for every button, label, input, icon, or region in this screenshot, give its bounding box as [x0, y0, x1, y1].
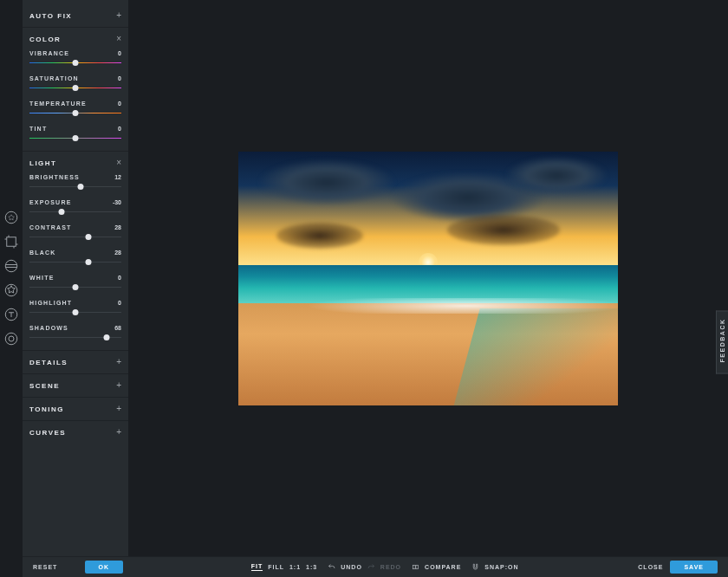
crop-icon[interactable] [3, 234, 19, 250]
param-shadows: SHADOWS68 [23, 322, 128, 347]
param-brightness: BRIGHTNESS12 [23, 172, 128, 197]
param-value: 28 [114, 250, 121, 256]
param-value: -30 [113, 199, 121, 205]
slider-handle[interactable] [73, 135, 79, 141]
param-label: CONTRAST [29, 224, 72, 230]
ratio-1-3-button[interactable]: 1:3 [306, 564, 317, 570]
slider-exposure[interactable] [29, 210, 121, 215]
slider-temperature[interactable] [29, 111, 121, 116]
divider [23, 420, 128, 421]
divider [23, 373, 128, 374]
collapse-icon: × [116, 35, 121, 43]
param-temperature: TEMPERATURE0 [23, 98, 128, 123]
slider-handle[interactable] [73, 60, 79, 66]
close-button[interactable]: CLOSE [638, 564, 663, 570]
svg-rect-7 [413, 565, 416, 569]
section-details[interactable]: DETAILS + [23, 353, 128, 371]
draw-icon[interactable] [3, 331, 19, 347]
slider-track [29, 211, 121, 212]
param-value: 0 [118, 300, 121, 306]
param-tint: TINT0 [23, 123, 128, 148]
section-title: AUTO FIX [29, 12, 72, 20]
adjust-icon[interactable] [3, 258, 19, 274]
expand-icon: + [116, 381, 121, 390]
slider-tint[interactable] [29, 136, 121, 141]
param-value: 0 [118, 275, 121, 281]
section-title: LIGHT [29, 159, 57, 167]
canvas-area[interactable] [128, 0, 728, 556]
slider-handle[interactable] [73, 284, 79, 290]
slider-white[interactable] [29, 285, 121, 290]
svg-point-2 [5, 260, 17, 272]
slider-brightness[interactable] [29, 185, 121, 190]
redo-icon [367, 563, 375, 571]
param-value: 0 [118, 50, 121, 56]
section-scene[interactable]: SCENE + [23, 377, 128, 394]
feedback-label: FEEDBACK [719, 319, 725, 363]
slider-handle[interactable] [85, 234, 91, 240]
param-label: WHITE [29, 275, 55, 281]
redo-button[interactable]: REDO [380, 564, 401, 570]
undo-button[interactable]: UNDO [341, 564, 362, 570]
slider-handle[interactable] [85, 259, 91, 265]
param-label: EXPOSURE [29, 199, 72, 205]
svg-rect-1 [7, 237, 16, 247]
section-title: CURVES [29, 429, 66, 437]
snap-button[interactable]: SNAP:ON [484, 564, 518, 570]
section-toning[interactable]: TONING + [23, 400, 128, 418]
divider [23, 397, 128, 398]
reset-button[interactable]: RESET [28, 561, 62, 573]
section-title: TONING [29, 405, 64, 413]
compare-button[interactable]: COMPARE [425, 564, 461, 570]
save-button[interactable]: SAVE [670, 561, 718, 574]
slider-black[interactable] [29, 260, 121, 265]
param-label: SATURATION [29, 75, 79, 81]
param-highlight: HIGHLIGHT0 [23, 297, 128, 322]
ok-button[interactable]: OK [85, 561, 124, 574]
param-label: HIGHLIGHT [29, 300, 72, 306]
slider-handle[interactable] [73, 110, 79, 116]
slider-handle[interactable] [59, 209, 65, 215]
vertical-toolbar [0, 0, 23, 556]
ratio-1-1-button[interactable]: 1:1 [289, 564, 301, 570]
slider-saturation[interactable] [29, 86, 121, 91]
section-title: DETAILS [29, 359, 68, 366]
svg-point-0 [5, 211, 17, 224]
param-contrast: CONTRAST28 [23, 222, 128, 247]
fit-button[interactable]: FIT [251, 563, 263, 571]
param-label: BRIGHTNESS [29, 174, 80, 180]
bottom-right: CLOSE SAVE [638, 561, 718, 574]
slider-contrast[interactable] [29, 235, 121, 240]
param-label: TINT [29, 126, 47, 132]
slider-handle[interactable] [73, 309, 79, 315]
slider-track [29, 237, 121, 237]
slider-highlight[interactable] [29, 310, 121, 315]
effects-icon[interactable] [3, 282, 19, 298]
section-curves[interactable]: CURVES + [23, 424, 128, 441]
collapse-icon: × [116, 159, 121, 167]
param-value: 68 [114, 325, 121, 331]
slider-shadows[interactable] [29, 335, 121, 340]
slider-vibrance[interactable] [29, 61, 121, 66]
section-light[interactable]: LIGHT × [23, 154, 128, 172]
param-black: BLACK28 [23, 247, 128, 272]
slider-handle[interactable] [73, 85, 79, 91]
sidebar-footer: RESET OK [23, 556, 128, 577]
param-label: BLACK [29, 250, 56, 256]
feedback-tab[interactable]: FEEDBACK [716, 311, 728, 374]
expand-icon: + [116, 405, 121, 413]
section-title: SCENE [29, 382, 60, 390]
param-value: 0 [118, 100, 121, 107]
slider-track [29, 186, 121, 187]
section-auto-fix[interactable]: AUTO FIX + [23, 7, 128, 24]
fill-button[interactable]: FILL [268, 564, 284, 570]
slider-handle[interactable] [104, 334, 110, 340]
param-label: SHADOWS [29, 325, 68, 331]
param-value: 12 [114, 174, 121, 180]
section-color[interactable]: COLOR × [23, 30, 128, 48]
bottom-bar: FIT FILL 1:1 1:3 UNDO REDO COMPARE SNAP:… [128, 556, 728, 577]
text-icon[interactable] [3, 307, 19, 322]
bottom-center: FIT FILL 1:1 1:3 UNDO REDO COMPARE SNAP:… [251, 563, 519, 571]
tool-1-icon[interactable] [3, 210, 19, 225]
slider-handle[interactable] [78, 184, 84, 190]
